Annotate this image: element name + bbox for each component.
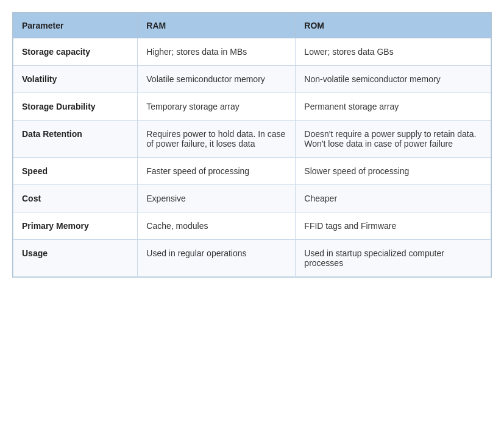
cell-ram: Volatile semiconductor memory <box>138 66 296 93</box>
cell-rom: Permanent storage array <box>296 93 491 121</box>
table-row: CostExpensiveCheaper <box>13 185 491 212</box>
cell-parameter: Storage Durability <box>13 93 138 121</box>
cell-parameter: Data Retention <box>13 121 138 158</box>
cell-ram: Used in regular operations <box>138 240 296 277</box>
header-ram: RAM <box>138 13 296 38</box>
cell-ram: Requires power to hold data. In case of … <box>138 121 296 158</box>
cell-ram: Expensive <box>138 185 296 212</box>
table-row: UsageUsed in regular operationsUsed in s… <box>13 240 491 277</box>
table-row: Storage capacityHigher; stores data in M… <box>13 38 491 66</box>
table-row: VolatilityVolatile semiconductor memoryN… <box>13 66 491 93</box>
ram-rom-comparison-table: Parameter RAM ROM Storage capacityHigher… <box>13 13 491 277</box>
table-row: Data RetentionRequires power to hold dat… <box>13 121 491 158</box>
table-row: Storage DurabilityTemporary storage arra… <box>13 93 491 121</box>
cell-rom: Used in startup specialized computer pro… <box>296 240 491 277</box>
cell-ram: Cache, modules <box>138 212 296 240</box>
cell-parameter: Storage capacity <box>13 38 138 66</box>
comparison-table-wrapper: Parameter RAM ROM Storage capacityHigher… <box>12 12 492 278</box>
cell-parameter: Cost <box>13 185 138 212</box>
cell-rom: Doesn't require a power supply to retain… <box>296 121 491 158</box>
cell-rom: Lower; stores data GBs <box>296 38 491 66</box>
cell-rom: Cheaper <box>296 185 491 212</box>
cell-ram: Faster speed of processing <box>138 158 296 185</box>
table-row: Primary MemoryCache, modulesFFID tags an… <box>13 212 491 240</box>
header-rom: ROM <box>296 13 491 38</box>
cell-ram: Temporary storage array <box>138 93 296 121</box>
cell-parameter: Usage <box>13 240 138 277</box>
cell-parameter: Primary Memory <box>13 212 138 240</box>
cell-rom: FFID tags and Firmware <box>296 212 491 240</box>
cell-rom: Non-volatile semiconductor memory <box>296 66 491 93</box>
cell-parameter: Volatility <box>13 66 138 93</box>
table-row: SpeedFaster speed of processingSlower sp… <box>13 158 491 185</box>
header-parameter: Parameter <box>13 13 138 38</box>
cell-ram: Higher; stores data in MBs <box>138 38 296 66</box>
cell-rom: Slower speed of processing <box>296 158 491 185</box>
table-header-row: Parameter RAM ROM <box>13 13 491 38</box>
cell-parameter: Speed <box>13 158 138 185</box>
